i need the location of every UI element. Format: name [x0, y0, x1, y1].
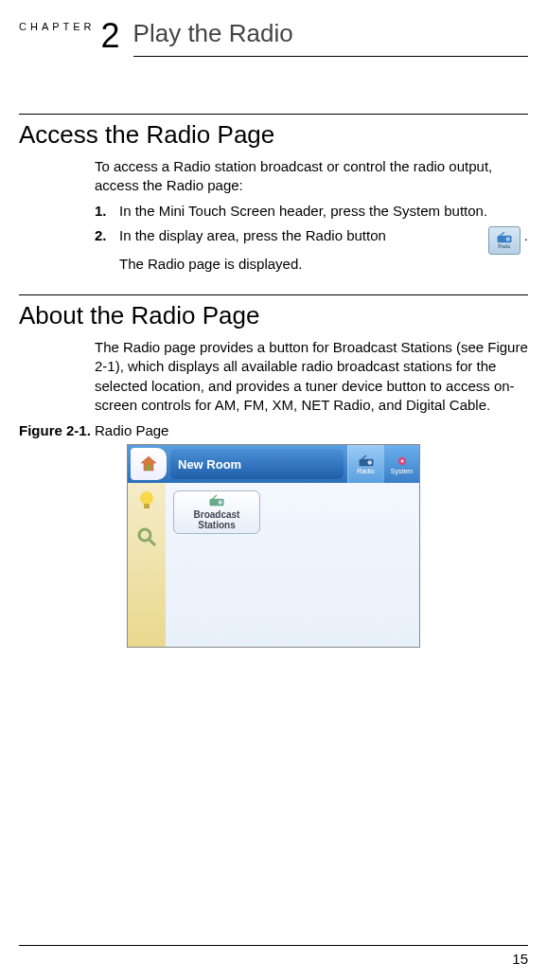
svg-line-13 [150, 540, 155, 545]
svg-point-1 [505, 238, 510, 242]
figure-header: New Room Radio System [128, 445, 419, 483]
header-radio-button[interactable]: Radio [347, 445, 383, 483]
section-title: About the Radio Page [19, 301, 528, 330]
figure-caption-bold: Figure 2-1. [19, 422, 91, 438]
figure-caption: Figure 2-1. Radio Page [19, 422, 528, 438]
page-number: 15 [512, 951, 528, 967]
magnifier-icon [136, 526, 157, 547]
step-text-dot: . [524, 226, 528, 245]
sidebar-search-button[interactable] [134, 525, 159, 549]
home-icon [139, 455, 158, 472]
svg-point-6 [367, 460, 372, 465]
home-button[interactable] [131, 448, 167, 480]
svg-point-10 [140, 491, 153, 505]
figure-main-area: Broadcast Stations [166, 483, 419, 647]
section-rule [19, 114, 528, 115]
step-text-part1: In the display area, press the Radio but… [119, 226, 485, 245]
radio-icon-label: Radio [498, 244, 510, 249]
svg-rect-11 [144, 504, 150, 508]
figure-caption-rest: Radio Page [91, 422, 169, 438]
broadcast-stations-button[interactable]: Broadcast Stations [173, 490, 260, 534]
svg-point-15 [219, 500, 223, 505]
svg-line-2 [500, 232, 504, 236]
broadcast-label-1: Broadcast [194, 509, 240, 520]
sidebar-lights-button[interactable] [134, 489, 159, 513]
svg-point-12 [139, 529, 150, 541]
header-system-button[interactable]: System [383, 445, 419, 483]
radio-icon [208, 494, 225, 508]
radio-button-icon: Radio [488, 226, 521, 255]
section-access-radio: Access the Radio Page To access a Radio … [19, 120, 528, 277]
gear-icon [395, 454, 410, 468]
step-num: 2. [95, 226, 119, 277]
svg-rect-4 [147, 465, 150, 471]
chapter-header: CHAPTER 2 Play the Radio [19, 19, 528, 57]
svg-line-7 [362, 455, 366, 459]
step-2: 2. In the display area, press the Radio … [95, 226, 528, 277]
broadcast-label-2: Stations [198, 520, 235, 530]
footer-rule [19, 945, 528, 946]
step-text: In the Mini Touch Screen header, press t… [119, 202, 528, 221]
step-text-part2: The Radio page is displayed. [119, 255, 528, 274]
tab-new-room[interactable]: New Room [170, 449, 344, 479]
radio-icon [496, 231, 513, 244]
section-rule [19, 294, 528, 295]
svg-point-9 [400, 459, 403, 462]
figure-sidebar [128, 483, 166, 647]
tab-label: New Room [178, 457, 241, 472]
step-1: 1. In the Mini Touch Screen header, pres… [95, 202, 528, 221]
section-intro: To access a Radio station broadcast or c… [95, 157, 528, 196]
chapter-number: 2 [101, 19, 120, 53]
chapter-title: Play the Radio [133, 19, 528, 56]
section-body-text: The Radio page provides a button for Bro… [95, 338, 528, 415]
section-about-radio: About the Radio Page The Radio page prov… [19, 301, 528, 415]
bulb-icon [137, 490, 156, 512]
header-system-label: System [391, 468, 413, 474]
figure-radio-page: New Room Radio System [127, 444, 420, 648]
header-radio-label: Radio [357, 468, 374, 474]
section-title: Access the Radio Page [19, 120, 528, 150]
svg-line-16 [213, 495, 218, 499]
radio-icon [358, 454, 375, 468]
step-num: 1. [95, 202, 119, 221]
chapter-label: CHAPTER [19, 21, 96, 32]
chapter-rule [133, 56, 528, 57]
